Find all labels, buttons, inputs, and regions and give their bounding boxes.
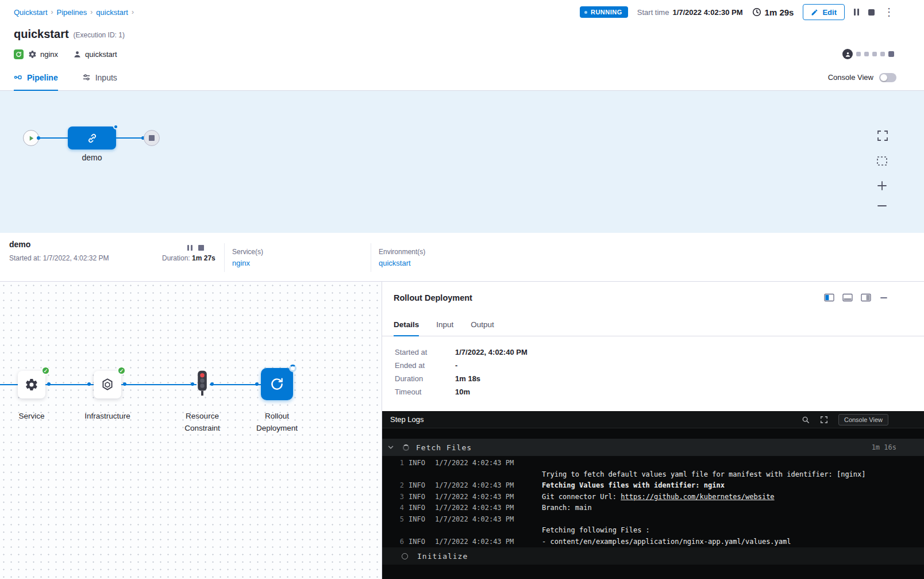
elapsed-value: 1m 29s: [765, 7, 794, 17]
start-time-label: Start time: [637, 8, 669, 17]
detail-row: Started at 1/7/2022, 4:02:40 PM: [395, 348, 913, 356]
layout-bottom-icon[interactable]: [842, 293, 853, 302]
edit-button[interactable]: Edit: [803, 4, 845, 20]
log-line: 4INFO1/7/2022 4:02:43 PMBranch: main: [382, 503, 924, 514]
edit-button-label: Edit: [822, 8, 837, 17]
console-view-button[interactable]: Console View: [838, 414, 888, 425]
log-section-initialize[interactable]: Initialize: [382, 547, 924, 565]
hexagon-icon: [100, 377, 115, 392]
log-line: 2INFO1/7/2022 4:02:43 PMFetching Values …: [382, 480, 924, 492]
service-tag[interactable]: nginx: [28, 50, 58, 59]
view-tabs: Pipeline Inputs Console View: [0, 64, 924, 91]
rollout-icon: [270, 377, 284, 392]
zoom-out-icon[interactable]: [876, 200, 890, 212]
step-connector-line: [210, 384, 261, 385]
step-node-service[interactable]: ✓: [18, 371, 45, 398]
stage-connector-line: [116, 137, 144, 139]
search-icon[interactable]: [802, 416, 810, 424]
fullscreen-icon[interactable]: [876, 129, 890, 143]
stage-node-demo[interactable]: [68, 126, 116, 149]
step-node-resource-constraint[interactable]: [195, 370, 210, 397]
stage-connector-line: [39, 137, 68, 139]
tab-inputs-label: Inputs: [95, 73, 117, 82]
step-connector-line: [45, 384, 94, 385]
step-node-infrastructure[interactable]: ✓: [94, 371, 121, 398]
gear-icon: [28, 50, 37, 59]
execution-id: (Execution ID: 1): [74, 31, 125, 39]
log-timestamp: 1/7/2022 4:02:43 PM: [435, 492, 533, 503]
log-message: Fetching following Files :: [542, 525, 650, 536]
step-graph-canvas[interactable]: ✓ Service ✓ Infrastructure Resource: [0, 282, 382, 579]
environment-tag[interactable]: quickstart: [73, 50, 117, 59]
stage-summary-bar: demo Started at: 1/7/2022, 4:02:32 PM Du…: [0, 233, 924, 282]
log-message: Git connector Url: https://github.com/ku…: [542, 492, 775, 503]
divider: [224, 243, 225, 272]
more-options-icon[interactable]: ⋮: [884, 7, 894, 17]
pencil-icon: [811, 9, 818, 16]
environment-icon: [73, 50, 82, 59]
collapse-panel-icon[interactable]: [879, 293, 888, 302]
tab-output[interactable]: Output: [471, 313, 494, 336]
avatar-placeholder-icon: [880, 52, 885, 56]
canvas-controls: [876, 129, 890, 212]
zoom-in-icon[interactable]: [876, 179, 890, 192]
service-link[interactable]: nginx: [232, 259, 250, 267]
section-spinner-icon: [403, 444, 409, 451]
execution-detail-area: ✓ Service ✓ Infrastructure Resource: [0, 282, 924, 579]
tab-pipeline[interactable]: Pipeline: [14, 64, 58, 90]
log-section-fetch-files[interactable]: Fetch Files 1m 16s: [382, 439, 924, 456]
abort-pipeline-button[interactable]: [868, 9, 875, 16]
stage-pause-icon[interactable]: [187, 243, 192, 253]
pipeline-icon: [14, 73, 22, 82]
log-timestamp: 1/7/2022 4:02:43 PM: [435, 514, 533, 526]
log-line: 1INFO1/7/2022 4:02:43 PM: [382, 458, 924, 469]
section-title: Fetch Files: [416, 443, 472, 452]
stage-stop-icon[interactable]: [198, 243, 204, 253]
expand-logs-icon[interactable]: [820, 416, 828, 424]
avatar-placeholder-icon: [856, 52, 861, 56]
tab-inputs[interactable]: Inputs: [82, 64, 117, 90]
step-connector-line: [121, 384, 197, 385]
log-line: Fetching following Files :: [382, 525, 924, 536]
breadcrumb-separator: ›: [90, 8, 93, 16]
detail-value: 10m: [455, 388, 913, 396]
connector-dot: [255, 382, 259, 386]
environment-link[interactable]: quickstart: [379, 259, 411, 267]
avatar-placeholder-icon: [872, 52, 877, 56]
page-title: quickstart: [14, 28, 69, 41]
environment-tag-label: quickstart: [85, 50, 117, 59]
tab-input[interactable]: Input: [436, 313, 453, 336]
running-dot-icon: [584, 11, 587, 14]
pause-pipeline-button[interactable]: [854, 9, 859, 16]
log-message: Trying to fetch default values yaml file…: [542, 469, 866, 481]
tab-details[interactable]: Details: [394, 313, 419, 336]
marquee-select-icon[interactable]: [876, 155, 890, 167]
stage-link-icon: [86, 132, 98, 144]
detail-label: Timeout: [395, 388, 455, 396]
breadcrumb-link-pipelines[interactable]: Pipelines: [57, 8, 87, 17]
log-url-link[interactable]: https://github.com/kubernetes/website: [621, 493, 774, 501]
end-node[interactable]: [144, 130, 160, 146]
step-logs-title: Step Logs: [390, 415, 424, 424]
breadcrumb-separator: ›: [132, 8, 134, 16]
top-header: Quickstart › Pipelines › quickstart › RU…: [0, 0, 924, 24]
chevron-down-icon[interactable]: [387, 443, 395, 451]
traffic-light-icon: [195, 370, 210, 397]
log-level: [409, 469, 430, 481]
user-avatar-icon[interactable]: [842, 49, 853, 59]
tab-pipeline-label: Pipeline: [27, 73, 58, 82]
log-timestamp: 1/7/2022 4:02:43 PM: [435, 536, 533, 548]
layout-split-icon[interactable]: [824, 293, 834, 302]
console-view-toggle[interactable]: [879, 73, 896, 82]
log-line-number: 6: [396, 536, 404, 548]
log-line: 5INFO1/7/2022 4:02:43 PM: [382, 514, 924, 526]
step-node-rollout-deployment[interactable]: [261, 368, 293, 400]
breadcrumb-link-project[interactable]: Quickstart: [14, 8, 48, 17]
breadcrumb-link-pipeline[interactable]: quickstart: [96, 8, 128, 17]
log-line-number: 2: [396, 480, 404, 492]
step-logs-header: Step Logs Console View: [382, 411, 924, 428]
log-line-number: [396, 525, 404, 536]
detail-row: Ended at -: [395, 361, 913, 370]
layout-right-icon[interactable]: [861, 293, 871, 302]
stage-label: demo: [68, 153, 116, 162]
